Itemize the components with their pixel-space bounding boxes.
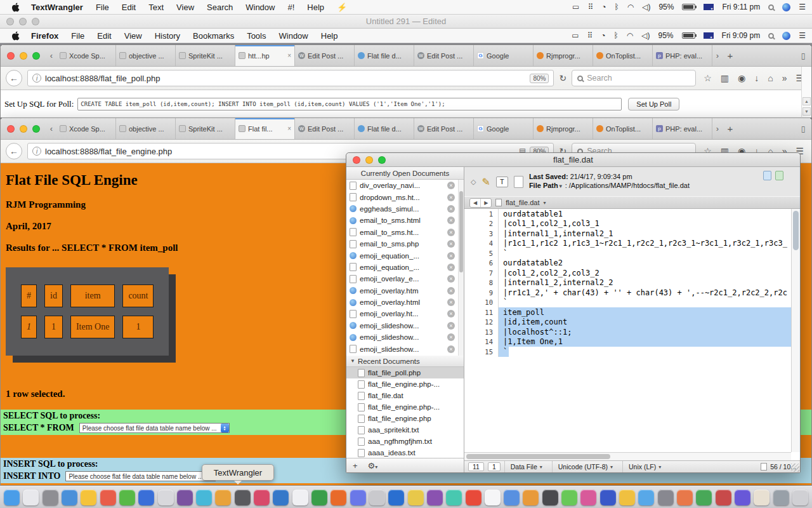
input-language-flag-icon[interactable] [704, 32, 714, 39]
zoom-level-badge[interactable]: 80% [530, 74, 549, 83]
dock-app-icon[interactable] [408, 490, 424, 505]
battery-icon[interactable] [682, 4, 695, 10]
menu-item[interactable]: View [176, 3, 194, 12]
menu-item[interactable]: Window [279, 31, 308, 41]
open-document-item[interactable]: eggheads_simul... [346, 203, 464, 215]
new-tab-button[interactable]: + [723, 45, 738, 66]
dock-app-icon[interactable] [331, 490, 346, 505]
downloads-icon[interactable]: ↓ [754, 73, 759, 83]
scroll-up-icon[interactable]: ▲ [802, 97, 811, 105]
open-document-item[interactable]: emoji_overlay_e... [346, 273, 464, 284]
dock-app-icon[interactable] [177, 490, 193, 505]
siri-icon[interactable] [782, 3, 790, 11]
close-document-icon[interactable] [447, 229, 455, 236]
dock-app-icon[interactable] [81, 490, 96, 505]
encoding-popup[interactable]: Unicode (UTF-8)▾ [552, 461, 619, 472]
search-field[interactable]: Search [572, 70, 696, 86]
text-editor[interactable]: 1 ourdatatable1 2 |col1_1,col2_1,col3_1 … [464, 209, 800, 460]
dock-app-icon[interactable] [658, 490, 674, 505]
time-machine-icon[interactable]: ◔ [601, 3, 606, 11]
close-document-icon[interactable] [447, 310, 455, 318]
bluetooth-icon[interactable]: ᛒ [614, 31, 619, 40]
sidebar-toggle-icon[interactable]: ▯ [795, 118, 811, 139]
dock-app-icon[interactable] [369, 490, 385, 505]
dock-app-icon[interactable] [600, 490, 616, 505]
recent-document-item[interactable]: aaa_ngfhmgfjhm.txt [346, 436, 464, 447]
home-icon[interactable]: ⌂ [768, 73, 773, 83]
vertical-scrollbar[interactable] [791, 209, 800, 452]
open-document-item[interactable]: emoji_slideshow... [346, 343, 464, 354]
tab-scroll-left-icon[interactable]: ‹ [46, 118, 56, 139]
sidebar-scrollbar[interactable] [458, 180, 464, 356]
open-document-item[interactable]: emoji_overlay.ht... [346, 308, 464, 319]
open-document-item[interactable]: emoji_slideshow... [346, 331, 464, 343]
file-path-menu-icon[interactable]: ▼ [558, 184, 563, 189]
input-language-flag-icon[interactable] [704, 4, 714, 10]
zoom-window-button[interactable] [32, 125, 40, 133]
volume-icon[interactable]: ◁) [641, 31, 650, 40]
open-document-item[interactable]: emoji_overlay.htm [346, 285, 464, 297]
insert-table-dropdown[interactable]: Please choose flat file data table name … [65, 471, 216, 481]
minimize-window-button[interactable] [20, 125, 27, 133]
line-ending-popup[interactable]: Unix (LF)▾ [622, 461, 667, 472]
recent-document-item[interactable]: flat_file_engine.php [346, 413, 464, 424]
dock-app-icon[interactable] [235, 490, 251, 505]
spotlight-icon[interactable] [768, 4, 774, 10]
new-tab-button[interactable]: + [723, 118, 738, 139]
menu-item[interactable]: Search [207, 3, 233, 12]
dock-app-icon[interactable] [773, 490, 789, 505]
browser-tab[interactable]: Xcode Sp... [56, 118, 116, 139]
dock-app-icon[interactable] [4, 490, 20, 505]
dock-app-icon[interactable] [792, 490, 808, 505]
browser-tab[interactable]: Flat file d... [355, 118, 414, 139]
close-window-button[interactable] [6, 18, 14, 25]
recent-document-item[interactable]: aaa_spritekit.txt [346, 424, 464, 436]
dock-app-icon[interactable] [215, 490, 231, 505]
sidebar-actions-gear-icon[interactable]: ⚙▾ [368, 461, 378, 471]
back-button[interactable]: ← [6, 143, 22, 159]
dock-app-icon[interactable] [43, 490, 58, 505]
close-document-icon[interactable] [447, 240, 455, 248]
scrollbar[interactable]: ▲ ▼ [801, 67, 811, 117]
browser-tab[interactable]: Flat file d... [355, 45, 414, 66]
url-bar[interactable]: i localhost:8888/flat_file_poll.php 80% [27, 70, 554, 86]
dock-app-icon[interactable] [100, 490, 116, 505]
close-window-button[interactable] [7, 125, 15, 133]
document-menu[interactable]: flat_file.dat [506, 199, 539, 206]
dock-app-icon[interactable] [196, 490, 212, 505]
sidebar-toggle-icon[interactable]: ▯ [795, 45, 811, 66]
dock-app-icon[interactable] [504, 490, 520, 505]
zoom-window-button[interactable] [32, 52, 40, 60]
dock-app-icon[interactable] [254, 490, 270, 505]
close-window-button[interactable] [7, 52, 15, 60]
recent-documents-header[interactable]: ▼ Recent Documents [346, 356, 464, 367]
open-document-item[interactable]: emoji_slideshow... [346, 320, 464, 331]
open-document-item[interactable]: div_overlay_navi... [346, 180, 464, 191]
close-document-icon[interactable] [447, 194, 455, 201]
dock-app-icon[interactable] [158, 490, 174, 505]
bookmark-star-icon[interactable]: ☆ [704, 73, 712, 83]
text-options-icon[interactable]: T [496, 177, 508, 187]
open-document-item[interactable]: emoji_equation_... [346, 262, 464, 273]
browser-tab[interactable]: Edit Post ... [414, 118, 474, 139]
open-document-item[interactable]: emoji_overlay.html [346, 297, 464, 308]
open-document-item[interactable]: email_to_sms.ht... [346, 227, 464, 238]
new-view-icon[interactable] [775, 171, 783, 180]
dock-app-icon[interactable] [638, 490, 654, 505]
open-document-item[interactable]: dropdown_ms.ht... [346, 191, 464, 203]
bluetooth-icon[interactable]: ᛒ [614, 3, 619, 11]
dock-app-icon[interactable] [311, 490, 327, 505]
dock-app-icon[interactable] [388, 490, 404, 505]
close-document-icon[interactable] [447, 217, 455, 224]
tab-scroll-right-icon[interactable]: › [712, 45, 723, 66]
dock-app-icon[interactable] [350, 490, 366, 505]
time-machine-icon[interactable]: ◔ [601, 31, 605, 40]
window-titlebar[interactable]: flat_file.dat [346, 153, 800, 167]
close-window-button[interactable] [353, 156, 360, 164]
dock-app-icon[interactable] [119, 490, 135, 505]
add-document-button[interactable]: + [353, 461, 358, 471]
minimize-window-button[interactable] [19, 18, 27, 25]
browser-tab[interactable]: Edit Post ... [295, 45, 355, 66]
dock-app-icon[interactable] [754, 490, 769, 505]
notification-center-icon[interactable]: ☰ [799, 31, 806, 40]
